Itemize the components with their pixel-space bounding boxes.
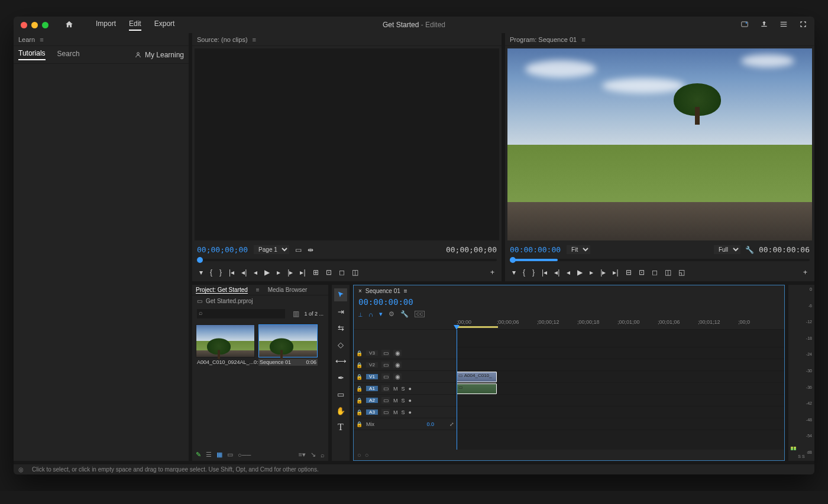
program-scrubber[interactable] xyxy=(510,259,810,261)
mute-icon[interactable]: M xyxy=(393,398,398,404)
eye-icon[interactable]: ◉ xyxy=(393,373,402,380)
mute-icon[interactable]: M xyxy=(393,386,398,392)
prev-frame-icon[interactable]: ◂ xyxy=(254,268,257,277)
mute-icon[interactable]: M xyxy=(393,409,398,415)
export-frame-icon[interactable]: ◻ xyxy=(339,268,345,277)
next-frame-icon[interactable]: ▸ xyxy=(277,268,280,277)
panel-menu-icon[interactable]: ≡ xyxy=(253,36,256,43)
project-search-input[interactable] xyxy=(197,309,285,318)
source-timecode-in[interactable]: 00;00;00;00 xyxy=(197,245,248,254)
target-icon[interactable]: ▭ xyxy=(381,409,390,415)
step-fwd-icon[interactable]: |▸ xyxy=(287,268,293,277)
snap-icon[interactable]: ⟂ xyxy=(358,311,363,318)
step-back-icon[interactable]: ◂| xyxy=(554,268,559,277)
tab-project[interactable]: Project: Get Started xyxy=(196,287,248,294)
mix-value[interactable]: 0.0 xyxy=(426,421,434,427)
tab-tutorials[interactable]: Tutorials xyxy=(18,49,46,60)
audio-clip[interactable]: ▭ xyxy=(457,383,497,394)
caption-icon[interactable]: CC xyxy=(415,311,425,317)
write-icon[interactable]: ✎ xyxy=(196,451,201,459)
target-icon[interactable]: ▭ xyxy=(381,373,390,380)
track-select-tool[interactable]: ⇥ xyxy=(334,305,347,318)
source-view[interactable] xyxy=(195,48,499,240)
minimize-window-button[interactable] xyxy=(31,22,38,28)
insert-icon[interactable]: ⊞ xyxy=(313,268,319,277)
icon-view-icon[interactable]: ▦ xyxy=(216,451,222,459)
fullscreen-icon[interactable] xyxy=(799,20,807,30)
track-a2[interactable]: A2 xyxy=(366,398,378,403)
overwrite-icon[interactable]: ⊡ xyxy=(326,268,332,277)
program-timecode-in[interactable]: 00:00:00:00 xyxy=(510,245,561,254)
lock-icon[interactable]: 🔒 xyxy=(356,350,363,356)
lock-icon[interactable]: 🔒 xyxy=(356,386,363,392)
razor-tool[interactable]: ◇ xyxy=(334,338,347,351)
lift-icon[interactable]: ⊟ xyxy=(626,268,632,277)
extract-icon[interactable]: ⊡ xyxy=(639,268,645,277)
target-icon[interactable]: ▭ xyxy=(381,350,390,356)
zoom-slider[interactable]: ○── xyxy=(238,451,251,459)
solo-icon[interactable]: S xyxy=(402,409,405,415)
go-out-icon[interactable]: ▸| xyxy=(613,268,618,277)
tab-search[interactable]: Search xyxy=(57,50,80,60)
resolution-select[interactable]: Full xyxy=(714,245,740,254)
share-icon[interactable] xyxy=(760,20,768,30)
target-icon[interactable]: ▭ xyxy=(381,397,390,404)
track-a1[interactable]: A1 xyxy=(366,386,378,391)
solo-r[interactable]: S xyxy=(802,454,805,459)
proxy-icon[interactable]: ◱ xyxy=(678,268,685,277)
go-in-icon[interactable]: |◂ xyxy=(229,268,234,277)
timeline-tab[interactable]: Sequence 01 xyxy=(366,288,400,294)
lock-icon[interactable]: 🔒 xyxy=(356,421,363,427)
settings-icon[interactable]: ⚙ xyxy=(389,310,394,318)
panel-menu-icon[interactable]: ≡ xyxy=(581,36,585,43)
rectangle-tool[interactable]: ▭ xyxy=(334,388,347,401)
play-icon[interactable]: ▶ xyxy=(577,268,583,277)
marker-icon[interactable]: ▾ xyxy=(379,310,383,318)
panel-menu-icon[interactable]: ≡ xyxy=(40,36,43,43)
lock-icon[interactable]: 🔒 xyxy=(356,409,363,415)
close-tab-icon[interactable]: × xyxy=(358,288,362,294)
nav-import[interactable]: Import xyxy=(96,19,116,31)
export-frame-icon[interactable]: ◻ xyxy=(652,268,658,277)
playhead[interactable] xyxy=(457,330,457,450)
selection-tool[interactable] xyxy=(334,288,347,301)
ripple-edit-tool[interactable]: ⇆ xyxy=(334,321,347,334)
list-view-icon[interactable]: ☰ xyxy=(206,451,212,459)
source-scrubber[interactable] xyxy=(197,259,497,261)
type-tool[interactable]: T xyxy=(334,421,347,434)
lock-icon[interactable]: 🔒 xyxy=(356,362,363,368)
zoom-select[interactable]: Fit xyxy=(567,245,590,254)
mark-out-icon[interactable]: } xyxy=(219,268,222,277)
go-out-icon[interactable]: ▸| xyxy=(300,268,305,277)
timeline-tracks[interactable]: ▭ A004_C010_ ▭ xyxy=(457,330,784,450)
slip-tool[interactable]: ⟷ xyxy=(334,355,347,368)
panel-menu-icon[interactable]: ≡ xyxy=(256,287,260,293)
add-marker-icon[interactable]: ▾ xyxy=(199,268,203,277)
eye-icon[interactable]: ◉ xyxy=(393,350,402,356)
new-bin-icon[interactable]: ▥ xyxy=(293,310,299,318)
track-v2[interactable]: V2 xyxy=(366,362,378,368)
track-v1[interactable]: V1 xyxy=(366,374,378,379)
timeline-timecode[interactable]: 00:00:00:00 xyxy=(358,297,413,307)
nav-export[interactable]: Export xyxy=(154,19,175,31)
comparison-view-icon[interactable]: ◫ xyxy=(665,268,671,277)
workspace-icon[interactable] xyxy=(780,20,788,30)
maximize-window-button[interactable] xyxy=(42,22,48,28)
track-a3[interactable]: A3 xyxy=(366,409,378,415)
view-icon[interactable]: ▭ xyxy=(295,246,302,254)
eye-icon[interactable]: ◉ xyxy=(393,362,402,368)
button-editor-icon[interactable]: + xyxy=(490,268,494,277)
hand-tool[interactable]: ✋ xyxy=(334,404,347,417)
freeform-view-icon[interactable]: ▭ xyxy=(227,451,233,459)
sort-icon[interactable]: ≡▾ xyxy=(299,451,306,459)
zoom-handle-left[interactable]: ○ xyxy=(357,451,361,459)
prev-frame-icon[interactable]: ◂ xyxy=(567,268,570,277)
target-icon[interactable]: ▭ xyxy=(381,385,390,392)
solo-l[interactable]: S xyxy=(798,454,801,459)
pen-tool[interactable]: ✒ xyxy=(334,371,347,384)
clip-item[interactable]: A004_C010_0924AL_...0:06 xyxy=(196,324,255,366)
step-back-icon[interactable]: ◂| xyxy=(241,268,247,277)
timeline-ruler[interactable]: ;00;00 ;00;00;06 ;00;00;12 ;00;00;18 ;00… xyxy=(354,319,784,330)
program-view[interactable] xyxy=(507,48,812,240)
play-icon[interactable]: ▶ xyxy=(264,268,270,277)
